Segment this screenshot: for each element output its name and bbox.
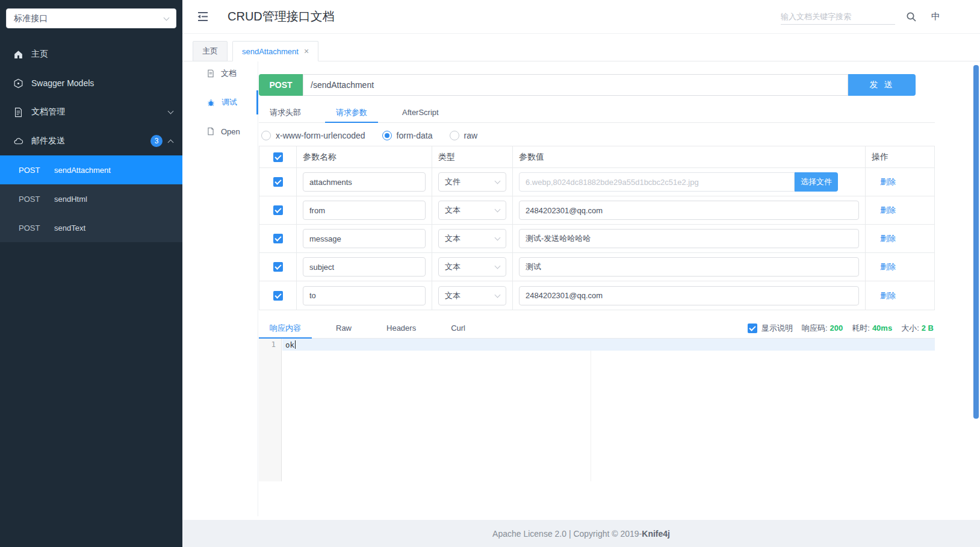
param-name-input[interactable] <box>303 201 426 220</box>
col-header-type: 类型 <box>432 146 513 167</box>
close-icon[interactable]: × <box>304 46 309 56</box>
param-type-value: 文本 <box>445 233 461 244</box>
request-tabs: 请求头部 请求参数 AfterScript <box>259 102 935 123</box>
docnav-label: Open <box>221 127 240 136</box>
tab-request-headers[interactable]: 请求头部 <box>259 102 312 122</box>
footer-text: Apache License 2.0 | Copyright © 2019- <box>492 529 642 539</box>
tab-home[interactable]: 主页 <box>193 41 228 61</box>
param-row-message: 文本 删除 <box>259 225 934 253</box>
param-name-input[interactable] <box>303 257 426 277</box>
docnav-item-doc[interactable]: 文档 <box>182 61 258 86</box>
operation-sendHtml[interactable]: POST sendHtml <box>0 184 182 213</box>
delete-row-link[interactable]: 删除 <box>880 261 896 272</box>
select-all-checkbox[interactable] <box>273 152 283 162</box>
search-input[interactable] <box>781 9 895 25</box>
row-checkbox[interactable] <box>273 291 283 301</box>
sidebar: 标准接口 主页 Swagger Models 文档管理 邮件发送 3 POST … <box>0 0 182 547</box>
response-body-text: ok <box>285 340 294 349</box>
sidebar-item-mail-send[interactable]: 邮件发送 3 <box>0 127 182 155</box>
param-value-input[interactable] <box>519 229 859 248</box>
param-type-select[interactable]: 文件 <box>438 172 506 192</box>
header: CRUD管理接口文档 中 <box>182 0 980 34</box>
param-name-input[interactable] <box>303 229 426 248</box>
operation-sendAttachment[interactable]: POST sendAttachment <box>0 155 182 184</box>
delete-row-link[interactable]: 删除 <box>880 177 896 187</box>
param-value-input[interactable] <box>519 286 859 305</box>
active-nav-indicator <box>256 90 258 114</box>
response-meta: 显示说明 响应码: 200 耗时: 40ms 大小: 2 B <box>748 318 935 338</box>
radio-selected-icon <box>382 131 392 140</box>
param-type-select[interactable]: 文本 <box>438 201 506 220</box>
editor-gutter: 1 <box>259 339 282 481</box>
tab-curl[interactable]: Curl <box>440 318 476 338</box>
choose-file-button[interactable]: 选择文件 <box>795 172 838 192</box>
param-value-input[interactable] <box>519 257 859 277</box>
http-method-badge: POST <box>259 74 303 96</box>
tab-label: 请求头部 <box>270 107 301 118</box>
row-checkbox[interactable] <box>273 262 283 272</box>
language-toggle[interactable]: 中 <box>931 11 940 22</box>
row-checkbox[interactable] <box>273 234 283 243</box>
radio-x-www-form-urlencoded[interactable]: x-www-form-urlencoded <box>261 131 365 140</box>
param-type-select[interactable]: 文本 <box>438 229 506 248</box>
api-group-select[interactable]: 标准接口 <box>6 8 176 28</box>
operation-count-badge: 3 <box>150 135 163 147</box>
docnav-item-open[interactable]: Open <box>182 119 258 143</box>
doc-icon <box>206 69 215 78</box>
show-description-label: 显示说明 <box>761 323 793 334</box>
response-editor[interactable]: 1 ok <box>259 339 935 481</box>
tab-response-content[interactable]: 响应内容 <box>259 318 312 338</box>
param-name-input[interactable] <box>303 172 426 192</box>
sidebar-item-home[interactable]: 主页 <box>0 40 182 69</box>
chevron-down-icon <box>495 207 501 213</box>
chevron-up-icon <box>168 139 174 145</box>
tab-raw[interactable]: Raw <box>325 318 362 338</box>
delete-row-link[interactable]: 删除 <box>880 233 896 244</box>
response-tabs: 响应内容 Raw Headers Curl 显示说明 响应码: 200 耗时: … <box>259 318 935 339</box>
radio-icon <box>261 131 271 140</box>
row-checkbox[interactable] <box>273 205 283 215</box>
request-url-input[interactable] <box>303 74 848 96</box>
api-group-select-value: 标准接口 <box>14 13 48 24</box>
sidebar-item-doc-manage[interactable]: 文档管理 <box>0 98 182 127</box>
vertical-scrollbar[interactable] <box>973 65 979 419</box>
param-value-input[interactable] <box>519 172 795 192</box>
show-description-checkbox[interactable] <box>748 324 757 333</box>
tab-label: Raw <box>336 324 352 333</box>
param-row-to: 文本 删除 <box>259 281 934 310</box>
delete-row-link[interactable]: 删除 <box>880 290 896 301</box>
params-table-header: 参数名称 类型 参数值 操作 <box>259 146 934 168</box>
docnav-item-debug[interactable]: 调试 <box>182 90 258 114</box>
operation-sendText[interactable]: POST sendText <box>0 213 182 242</box>
file-icon <box>206 127 215 136</box>
tab-label: Curl <box>451 324 465 333</box>
collapse-sidebar-button[interactable] <box>197 11 209 22</box>
param-row-subject: 文本 删除 <box>259 253 934 281</box>
header-right: 中 <box>781 9 940 25</box>
chevron-down-icon <box>164 14 170 20</box>
tab-afterscript[interactable]: AfterScript <box>391 102 450 122</box>
home-icon <box>13 49 23 60</box>
models-icon <box>13 78 23 89</box>
radio-label: raw <box>464 131 478 140</box>
param-type-select[interactable]: 文本 <box>438 257 506 277</box>
radio-form-data[interactable]: form-data <box>382 131 433 140</box>
send-request-button[interactable]: 发 送 <box>848 74 916 96</box>
radio-raw[interactable]: raw <box>450 131 478 140</box>
param-value-input[interactable] <box>519 201 859 220</box>
row-checkbox[interactable] <box>273 177 283 187</box>
tab-sendAttachment[interactable]: sendAttachment × <box>232 41 318 61</box>
search-button[interactable] <box>906 11 917 22</box>
tab-headers[interactable]: Headers <box>376 318 427 338</box>
sidebar-item-label: 邮件发送 <box>31 136 65 146</box>
document-icon <box>13 107 23 117</box>
size-label: 大小: <box>901 323 919 334</box>
editor-active-line[interactable]: ok <box>282 339 935 351</box>
sidebar-item-swagger-models[interactable]: Swagger Models <box>0 69 182 98</box>
chevron-down-icon <box>495 235 501 241</box>
size-value: 2 B <box>922 324 934 333</box>
delete-row-link[interactable]: 删除 <box>880 205 896 216</box>
param-type-select[interactable]: 文本 <box>438 286 506 305</box>
tab-request-params[interactable]: 请求参数 <box>325 102 378 122</box>
param-name-input[interactable] <box>303 286 426 305</box>
